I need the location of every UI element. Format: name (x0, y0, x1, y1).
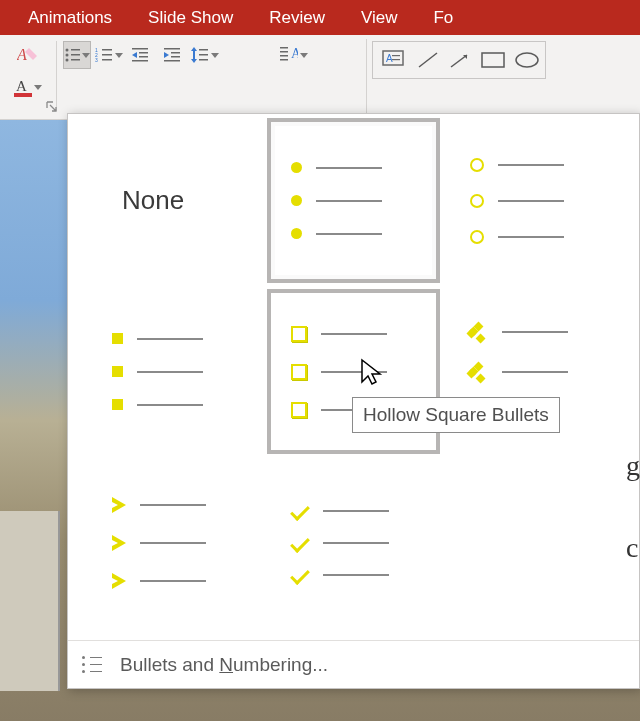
ribbon-toolbar: A A 123 A (0, 35, 640, 120)
svg-point-3 (66, 49, 69, 52)
svg-rect-4 (71, 49, 80, 51)
slide-image (0, 511, 60, 691)
tooltip: Hollow Square Bullets (352, 397, 560, 433)
checkmark-icon (290, 501, 310, 521)
svg-text:A: A (386, 53, 393, 64)
svg-text:A: A (16, 78, 27, 94)
svg-rect-12 (102, 54, 112, 56)
svg-text:3: 3 (95, 57, 98, 63)
bullet-option-none[interactable]: None (88, 118, 261, 283)
bullet-option-hollow-round[interactable] (446, 118, 619, 283)
svg-rect-29 (280, 55, 288, 57)
bullet-gallery: None (68, 114, 639, 629)
bullets-and-numbering-item[interactable]: Bullets and Numbering... (68, 640, 639, 688)
svg-rect-28 (280, 51, 288, 53)
svg-point-5 (66, 54, 69, 57)
svg-rect-30 (280, 59, 288, 61)
svg-rect-18 (132, 60, 148, 62)
dialog-launcher-icon[interactable] (46, 101, 60, 115)
text-direction-button[interactable]: A (280, 41, 308, 69)
svg-rect-20 (171, 52, 180, 54)
tab-view[interactable]: View (343, 8, 416, 28)
line-spacing-button[interactable] (191, 41, 219, 69)
arrow-icon (112, 497, 126, 513)
tab-slide-show[interactable]: Slide Show (130, 8, 251, 28)
line-shape-icon[interactable] (417, 51, 439, 69)
svg-rect-21 (171, 56, 180, 58)
svg-rect-24 (199, 49, 208, 51)
slide-body-text: gc (626, 400, 640, 614)
bullet-option-checkmark[interactable] (267, 460, 440, 625)
hollow-round-icon (470, 158, 484, 172)
svg-rect-14 (102, 59, 112, 61)
decrease-indent-button[interactable] (127, 41, 155, 69)
svg-rect-10 (102, 49, 112, 51)
svg-rect-2 (14, 93, 32, 97)
bullets-button[interactable] (63, 41, 91, 69)
bullets-and-numbering-label: Bullets and Numbering... (120, 654, 328, 676)
svg-point-39 (516, 53, 538, 67)
clear-formatting-button[interactable]: A (14, 41, 42, 69)
font-color-button[interactable]: A (14, 73, 42, 101)
svg-rect-19 (164, 48, 180, 50)
svg-rect-26 (199, 59, 208, 61)
filled-square-icon (112, 333, 123, 344)
numbering-button[interactable]: 123 (95, 41, 123, 69)
bullet-option-arrow[interactable] (88, 460, 261, 625)
svg-line-36 (419, 53, 437, 67)
svg-text:A: A (291, 46, 298, 61)
filled-round-icon (291, 162, 302, 173)
bullets-list-icon (82, 656, 102, 673)
svg-rect-8 (71, 59, 80, 61)
svg-rect-17 (139, 56, 148, 58)
textbox-button[interactable]: A (379, 46, 407, 74)
mouse-cursor-icon (360, 358, 386, 388)
ribbon-tabs: Animations Slide Show Review View Fo (0, 0, 640, 35)
svg-rect-6 (71, 54, 80, 56)
svg-text:A: A (17, 46, 27, 63)
increase-indent-button[interactable] (159, 41, 187, 69)
rectangle-shape-icon[interactable] (481, 52, 505, 68)
svg-rect-22 (164, 60, 180, 62)
svg-rect-15 (132, 48, 148, 50)
hollow-square-icon (291, 326, 307, 342)
tab-animations[interactable]: Animations (10, 8, 130, 28)
bullet-option-filled-round[interactable] (267, 118, 440, 283)
svg-rect-16 (139, 52, 148, 54)
tab-review[interactable]: Review (251, 8, 343, 28)
svg-rect-38 (482, 53, 504, 67)
svg-point-7 (66, 59, 69, 62)
svg-line-37 (451, 55, 467, 67)
tab-format[interactable]: Fo (415, 8, 471, 28)
none-label: None (122, 185, 184, 216)
svg-rect-35 (392, 59, 400, 60)
svg-rect-34 (392, 55, 400, 56)
svg-rect-23 (193, 51, 195, 59)
arrow-shape-icon[interactable] (449, 51, 471, 69)
four-diamonds-icon (470, 323, 488, 341)
bullet-option-filled-square[interactable] (88, 289, 261, 454)
oval-shape-icon[interactable] (515, 52, 539, 68)
svg-rect-27 (280, 47, 288, 49)
svg-rect-25 (199, 54, 208, 56)
